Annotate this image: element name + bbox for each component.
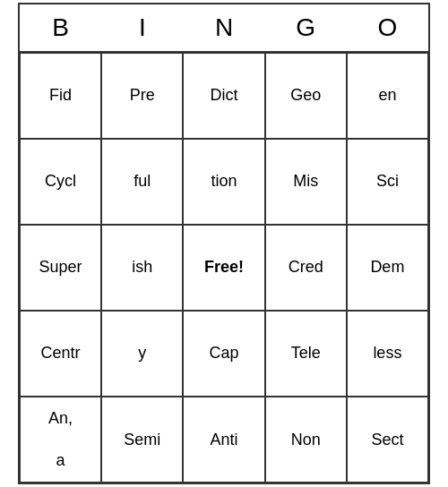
bingo-cell-r4-c3: Non: [265, 397, 347, 483]
bingo-cell-r3-c4: less: [347, 311, 428, 397]
header-letter: N: [183, 4, 264, 51]
bingo-card: BINGO FidPreDictGeoenCyclfultionMisSciSu…: [18, 3, 430, 485]
bingo-cell-r3-c1: y: [101, 311, 183, 397]
bingo-cell-r4-c2: Anti: [183, 397, 264, 483]
header-letter: B: [20, 4, 101, 51]
bingo-cell-r1-c0: Cycl: [20, 139, 101, 225]
bingo-grid: FidPreDictGeoenCyclfultionMisSciSuperish…: [20, 53, 428, 483]
bingo-header: BINGO: [20, 4, 428, 53]
bingo-cell-r0-c1: Pre: [101, 53, 183, 139]
bingo-cell-r1-c1: ful: [101, 139, 183, 225]
bingo-cell-r2-c1: ish: [101, 225, 183, 311]
bingo-cell-r0-c0: Fid: [20, 53, 101, 139]
header-letter: I: [101, 4, 183, 51]
header-letter: G: [265, 4, 347, 51]
bingo-cell-r3-c3: Tele: [265, 311, 347, 397]
bingo-cell-r0-c4: en: [347, 53, 428, 139]
bingo-cell-r2-c2: Free!: [183, 225, 264, 311]
bingo-cell-r1-c2: tion: [183, 139, 264, 225]
bingo-cell-r3-c2: Cap: [183, 311, 264, 397]
bingo-cell-r2-c4: Dem: [347, 225, 428, 311]
bingo-cell-r1-c3: Mis: [265, 139, 347, 225]
bingo-cell-r1-c4: Sci: [347, 139, 428, 225]
bingo-cell-r2-c0: Super: [20, 225, 101, 311]
bingo-cell-r3-c0: Centr: [20, 311, 101, 397]
bingo-cell-r0-c3: Geo: [265, 53, 347, 139]
bingo-cell-r4-c0: An,a: [20, 397, 101, 483]
bingo-cell-r4-c1: Semi: [101, 397, 183, 483]
bingo-cell-r0-c2: Dict: [183, 53, 264, 139]
header-letter: O: [347, 4, 428, 51]
bingo-cell-r4-c4: Sect: [347, 397, 428, 483]
bingo-cell-r2-c3: Cred: [265, 225, 347, 311]
